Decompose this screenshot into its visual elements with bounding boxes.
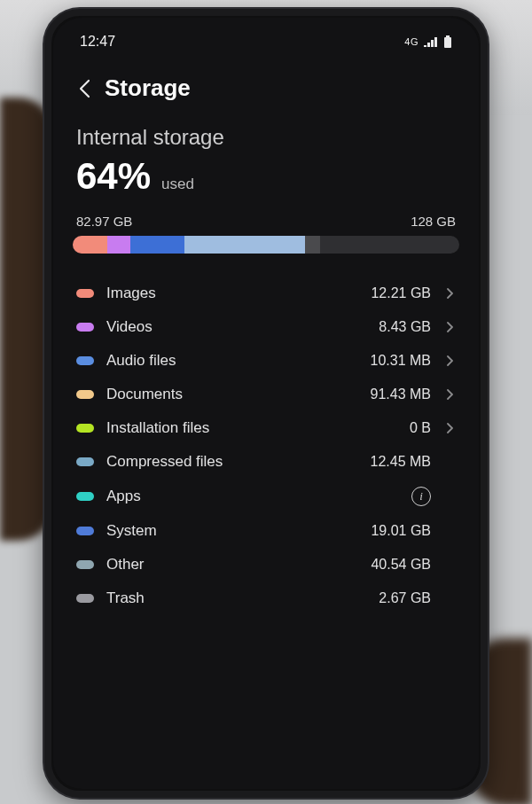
category-color-pill bbox=[76, 424, 94, 433]
category-color-pill bbox=[76, 289, 94, 298]
category-row: Other40.54 GB bbox=[73, 548, 459, 582]
category-row[interactable]: Installation files0 B bbox=[73, 411, 459, 445]
category-value: 0 B bbox=[351, 420, 431, 436]
status-time: 12:47 bbox=[80, 34, 115, 50]
category-label: Apps bbox=[106, 488, 399, 505]
category-value: 19.01 GB bbox=[351, 523, 431, 539]
page-title: Storage bbox=[105, 74, 191, 102]
category-row[interactable]: Appsi bbox=[73, 479, 459, 514]
category-label: Images bbox=[106, 285, 339, 302]
category-label: Documents bbox=[106, 386, 339, 403]
category-row[interactable]: Documents91.43 MB bbox=[73, 378, 459, 411]
category-value: 10.31 MB bbox=[351, 353, 431, 369]
usage-label: used bbox=[161, 176, 194, 193]
category-label: Installation files bbox=[106, 419, 339, 437]
category-label: Other bbox=[106, 556, 339, 574]
used-amount: 82.97 GB bbox=[76, 214, 132, 229]
category-list: Images12.21 GBVideos8.43 GBAudio files10… bbox=[73, 277, 459, 615]
category-color-pill bbox=[76, 390, 94, 399]
category-value: 8.43 GB bbox=[351, 319, 431, 335]
category-row: Trash2.67 GB bbox=[73, 582, 459, 615]
svg-rect-1 bbox=[444, 37, 451, 48]
usage-bar-segment bbox=[130, 236, 184, 254]
usage-summary: 64% used bbox=[73, 155, 459, 214]
category-color-pill bbox=[76, 527, 94, 535]
chevron-right-icon bbox=[443, 287, 456, 300]
bar-labels: 82.97 GB 128 GB bbox=[73, 214, 459, 236]
category-color-pill bbox=[76, 356, 94, 365]
usage-bar-segment bbox=[305, 236, 320, 254]
phone-frame: 12:47 4G Storage Internal storage 64% us… bbox=[44, 9, 488, 798]
category-color-pill bbox=[76, 457, 94, 466]
category-row: Compressed files12.45 MB bbox=[73, 445, 459, 479]
chevron-right-icon bbox=[443, 355, 456, 367]
battery-icon bbox=[443, 35, 452, 48]
chevron-right-icon bbox=[443, 321, 456, 333]
status-indicators: 4G bbox=[404, 35, 452, 48]
chevron-right-icon bbox=[443, 388, 456, 401]
category-row[interactable]: Videos8.43 GB bbox=[73, 310, 459, 344]
category-value: 91.43 MB bbox=[351, 386, 431, 402]
category-row: System19.01 GB bbox=[73, 514, 459, 548]
category-color-pill bbox=[76, 594, 94, 603]
category-row[interactable]: Audio files10.31 MB bbox=[73, 344, 459, 378]
usage-bar-segment bbox=[184, 236, 304, 254]
category-label: Trash bbox=[106, 589, 339, 607]
usage-bar-segment bbox=[73, 236, 107, 254]
usage-percent: 64% bbox=[76, 155, 151, 198]
header: Storage bbox=[73, 59, 459, 125]
usage-bar bbox=[73, 236, 459, 254]
category-label: System bbox=[106, 522, 339, 540]
category-color-pill bbox=[76, 323, 94, 332]
category-label: Compressed files bbox=[106, 453, 339, 471]
total-amount: 128 GB bbox=[411, 214, 456, 229]
chevron-right-icon bbox=[443, 422, 456, 434]
category-color-pill bbox=[76, 560, 94, 569]
category-value: 40.54 GB bbox=[351, 557, 431, 573]
signal-icon bbox=[424, 36, 438, 47]
screen: 12:47 4G Storage Internal storage 64% us… bbox=[53, 18, 479, 789]
svg-rect-0 bbox=[446, 35, 450, 37]
category-label: Audio files bbox=[106, 352, 339, 370]
usage-bar-segment bbox=[107, 236, 130, 254]
category-color-pill bbox=[76, 492, 94, 501]
network-label: 4G bbox=[404, 36, 419, 47]
category-row[interactable]: Images12.21 GB bbox=[73, 277, 459, 310]
back-button[interactable] bbox=[76, 76, 92, 101]
category-value: 12.45 MB bbox=[351, 454, 431, 470]
category-label: Videos bbox=[106, 318, 339, 336]
category-value: 2.67 GB bbox=[351, 590, 431, 606]
category-value: 12.21 GB bbox=[351, 285, 431, 301]
status-bar: 12:47 4G bbox=[73, 30, 459, 59]
info-icon[interactable]: i bbox=[411, 487, 431, 506]
section-title: Internal storage bbox=[73, 125, 459, 155]
